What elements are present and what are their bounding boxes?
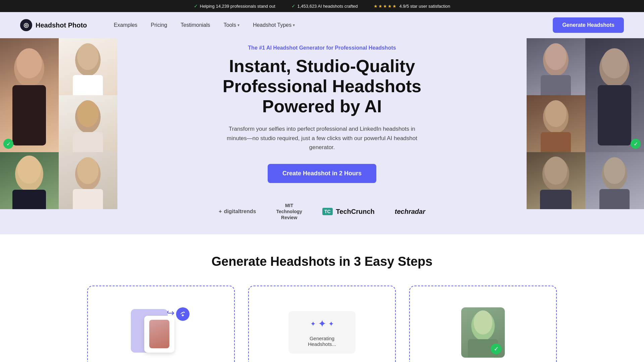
result-check-badge: ✓: [491, 344, 501, 354]
photo-woman-sm-4: [59, 152, 117, 209]
nav-testimonials[interactable]: Testimonials: [181, 22, 210, 28]
woman-silhouette-3: [59, 95, 117, 152]
photo-man-sm-3: [527, 152, 585, 209]
hero-description: Transform your selfies into perfect prof…: [221, 124, 423, 152]
upload-add-icon: [176, 307, 190, 321]
svg-point-35: [474, 310, 492, 335]
photo-woman-sm-3: [0, 152, 59, 209]
man-silhouette-4: [527, 152, 585, 209]
hero-right-photos: ✓: [527, 38, 644, 234]
photo-man-large: ✓: [585, 38, 644, 152]
svg-rect-7: [73, 132, 103, 152]
photo-man-sm-2: [527, 95, 585, 152]
svg-point-23: [545, 100, 567, 127]
svg-rect-1: [12, 85, 46, 145]
tools-chevron-icon: ▾: [237, 23, 239, 27]
step-2-illustration: ✦ ✦ ✦ Generating Headshots...: [288, 302, 356, 362]
man-silhouette-1: [527, 38, 585, 95]
press-digitaltrends: + digitaltrends: [219, 208, 256, 215]
logo-icon: [20, 19, 32, 31]
hero-content: The #1 AI Headshot Generator for Profess…: [205, 45, 439, 221]
svg-rect-22: [541, 132, 571, 152]
upload-arrow-icon: ↪: [167, 307, 174, 318]
svg-point-2: [16, 48, 42, 78]
svg-rect-13: [73, 189, 103, 209]
svg-point-11: [17, 156, 41, 184]
woman-silhouette-4: [0, 152, 59, 209]
svg-rect-16: [541, 75, 571, 95]
man-silhouette-2: [585, 38, 644, 152]
press-techradar: techradar: [395, 208, 425, 216]
upload-person-preview: [149, 320, 169, 348]
svg-point-20: [602, 48, 627, 78]
step-generate-card: ✦ ✦ ✦ Generating Headshots...: [248, 286, 396, 362]
check-icon-2: ✓: [291, 3, 296, 9]
svg-point-26: [544, 157, 567, 185]
check-badge-2: ✓: [631, 139, 641, 149]
svg-point-8: [77, 100, 99, 127]
step-3-illustration: ✓: [449, 302, 517, 362]
banner-text-2: 1,453,623 AI headshots crafted: [298, 4, 358, 9]
nav-headshot-types[interactable]: Headshot Types ▾: [253, 22, 295, 28]
svg-rect-19: [598, 85, 631, 145]
headshot-types-chevron-icon: ▾: [293, 23, 295, 27]
photo-man-sm-1: [527, 38, 585, 95]
photo-man-sm-4: [585, 152, 644, 209]
check-badge-1: ✓: [3, 139, 13, 149]
step-result-card: ✓: [409, 286, 557, 362]
svg-rect-25: [540, 190, 572, 209]
svg-point-5: [77, 43, 99, 70]
man-silhouette-5: [585, 152, 644, 209]
press-techcrunch: TC TechCrunch: [322, 208, 375, 216]
steps-section: Generate Headshots in 3 Easy Steps ↪: [0, 234, 644, 362]
hero-subtitle: The #1 AI Headshot Generator for Profess…: [205, 45, 439, 51]
sparkles-container: ✦ ✦ ✦: [310, 318, 334, 329]
svg-point-14: [77, 157, 99, 184]
steps-title: Generate Headshots in 3 Easy Steps: [34, 254, 610, 269]
hero-section: ✓: [0, 38, 644, 234]
photo-woman-sm-1: [59, 38, 117, 95]
woman-silhouette-1: [0, 38, 59, 152]
sparkle-icon-3: ✦: [328, 320, 334, 328]
nav-tools[interactable]: Tools ▾: [224, 22, 239, 28]
svg-point-29: [604, 157, 625, 184]
woman-silhouette-5: [59, 152, 117, 209]
nav-examples[interactable]: Examples: [114, 22, 137, 28]
logo-text: Headshot Photo: [36, 21, 87, 29]
nav-links: Examples Pricing Testimonials Tools ▾ He…: [114, 22, 553, 28]
hero-title: Instant, Studio-Quality Professional Hea…: [205, 56, 439, 116]
press-logos: + digitaltrends MITTechnologyReview TC T…: [205, 202, 439, 221]
nav-pricing[interactable]: Pricing: [151, 22, 167, 28]
star-rating: ★★★★★: [374, 4, 397, 9]
upload-illustration: ↪: [127, 306, 195, 359]
logo[interactable]: Headshot Photo: [20, 19, 87, 31]
man-silhouette-3: [527, 95, 585, 152]
generating-card: ✦ ✦ ✦ Generating Headshots...: [288, 311, 356, 354]
photo-woman-large: ✓: [0, 38, 59, 152]
result-photo: ✓: [461, 307, 505, 358]
hero-cta-button[interactable]: Create Headshot in 2 Hours: [268, 164, 376, 183]
svg-point-17: [545, 43, 567, 70]
svg-rect-10: [12, 190, 46, 209]
banner-item-3: ★★★★★ 4.9/5 star user satisfaction: [374, 4, 450, 9]
step-upload-card: ↪: [87, 286, 235, 362]
press-mit: MITTechnologyReview: [276, 202, 302, 221]
sparkle-icon-2: ✦: [318, 318, 326, 329]
steps-grid: ↪ ✦ ✦: [87, 286, 557, 362]
banner-item-2: ✓ 1,453,623 AI headshots crafted: [291, 3, 358, 9]
sparkle-icon-1: ✦: [310, 320, 316, 328]
upload-fg-card: [144, 316, 174, 353]
step-1-illustration: ↪: [127, 302, 195, 362]
photo-woman-sm-2: [59, 95, 117, 152]
svg-rect-28: [599, 189, 630, 209]
nav-generate-button[interactable]: Generate Headshots: [553, 17, 624, 33]
banner-text-1: Helping 14,239 professionals stand out: [200, 4, 275, 9]
banner-item-1: ✓ Helping 14,239 professionals stand out: [194, 3, 275, 9]
banner-text-3: 4.9/5 star user satisfaction: [399, 4, 450, 9]
woman-silhouette-2: [59, 38, 117, 95]
check-icon-1: ✓: [194, 3, 198, 9]
hero-left-photos: ✓: [0, 38, 117, 234]
svg-rect-4: [73, 75, 103, 95]
navbar: Headshot Photo Examples Pricing Testimon…: [0, 12, 644, 38]
top-banner: ✓ Helping 14,239 professionals stand out…: [0, 0, 644, 12]
